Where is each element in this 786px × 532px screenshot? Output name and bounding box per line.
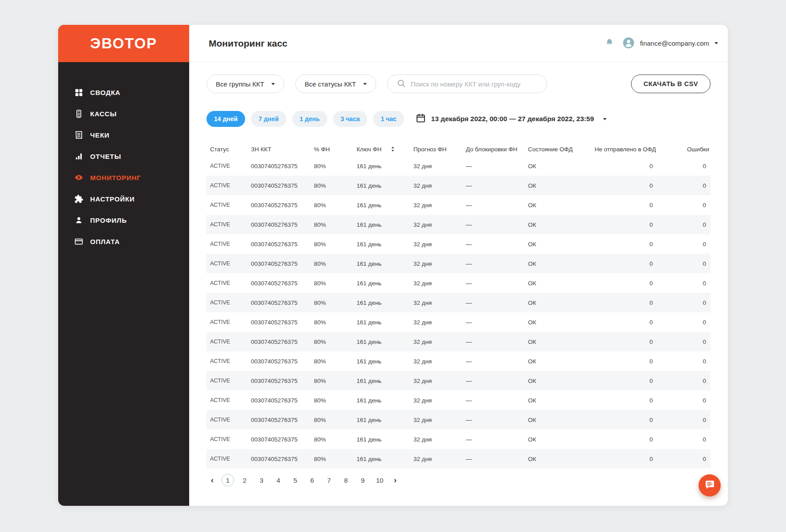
page-number[interactable]: 5 — [289, 474, 302, 486]
user-menu[interactable]: finance@company.com — [623, 37, 718, 50]
cell-fn-forecast: 32 дня — [410, 241, 462, 248]
sidebar-item-reports[interactable]: ОТЧЕТЫ — [58, 146, 189, 167]
cell-fn-percent: 80% — [310, 397, 353, 404]
period-chip-7-days[interactable]: 7 дней — [251, 111, 286, 127]
column-header-status: Статус — [206, 146, 247, 153]
page-number[interactable]: 8 — [340, 474, 352, 486]
puzzle-icon — [74, 194, 83, 204]
cell-fn-key: 161 день — [353, 339, 410, 345]
prev-page-button[interactable]: ‹ — [207, 474, 217, 486]
kkt-groups-dropdown[interactable]: Все группы ККТ — [206, 75, 284, 93]
cell-ofd-unsent: 0 — [591, 436, 657, 443]
page-number[interactable]: 7 — [323, 474, 335, 486]
cell-fn-forecast: 32 дня — [410, 358, 462, 365]
cell-fn-block: — — [462, 358, 524, 365]
sidebar-item-settings[interactable]: НАСТРОЙКИ — [58, 188, 189, 209]
date-range-picker[interactable]: 13 декабря 2022, 00:00 — 27 декабря 2022… — [416, 113, 607, 125]
page-header: Мониторинг касс — [189, 25, 728, 62]
sidebar-item-payment[interactable]: ОПЛАТА — [58, 231, 189, 252]
sidebar-item-label: КАССЫ — [90, 110, 117, 118]
cell-fn-block: — — [462, 436, 524, 443]
cell-status: ACTIVE — [206, 378, 247, 384]
next-page-button[interactable]: › — [390, 474, 400, 486]
cell-fn-percent: 80% — [310, 456, 353, 462]
cell-fn-key: 161 день — [353, 299, 410, 306]
cell-status: ACTIVE — [206, 260, 247, 267]
cell-fn-forecast: 32 дня — [410, 397, 462, 404]
cell-status: ACTIVE — [206, 456, 247, 462]
notifications-button[interactable] — [604, 38, 615, 49]
cell-fn-block: — — [462, 417, 524, 423]
cell-fn-key: 161 день — [353, 163, 410, 169]
cell-serial-number: 00307405276375 — [247, 436, 310, 443]
cell-serial-number: 00307405276375 — [247, 339, 310, 345]
sort-icon[interactable] — [390, 146, 395, 153]
cell-fn-key: 161 день — [353, 397, 410, 404]
cell-fn-key: 161 день — [353, 456, 410, 462]
cell-ofd-unsent: 0 — [591, 339, 657, 345]
cell-fn-percent: 80% — [310, 241, 353, 248]
sidebar-item-cash-registers[interactable]: КАССЫ — [58, 103, 189, 124]
page-number[interactable]: 9 — [357, 474, 369, 486]
period-chip-1-hour[interactable]: 1 час — [373, 111, 404, 127]
kkt-statuses-dropdown[interactable]: Все статусы ККТ — [295, 75, 376, 93]
cell-fn-key: 161 день — [353, 417, 410, 423]
cell-fn-forecast: 32 дня — [410, 221, 462, 228]
cell-fn-percent: 80% — [310, 202, 353, 209]
cell-fn-block: — — [462, 202, 524, 209]
cell-ofd-unsent: 0 — [591, 202, 657, 209]
period-chip-1-day[interactable]: 1 день — [292, 111, 327, 127]
search-input[interactable] — [411, 80, 538, 88]
cell-ofd-unsent: 0 — [591, 280, 657, 287]
sidebar-item-label: ПРОФИЛЬ — [90, 217, 127, 224]
page-number[interactable]: 2 — [238, 474, 251, 486]
cell-fn-forecast: 32 дня — [410, 456, 462, 462]
column-header-ofd-state: Состояние ОФД — [524, 146, 591, 153]
cell-ofd-unsent: 0 — [591, 221, 657, 228]
cell-ofd-state: ОК — [524, 358, 591, 365]
cell-fn-block: — — [462, 260, 524, 267]
column-header-serial: ЗН ККТ — [247, 146, 310, 153]
cell-fn-forecast: 32 дня — [410, 260, 462, 267]
column-header-errors: Ошибки — [660, 146, 714, 153]
cell-serial-number: 00307405276375 — [247, 202, 310, 209]
kkt-table: Статус ЗН ККТ % ФН Ключ ФН — [206, 142, 711, 469]
period-chip-3-hours[interactable]: 3 часа — [333, 111, 367, 127]
cell-ofd-unsent: 0 — [591, 260, 657, 267]
header-actions: finance@company.com — [604, 37, 718, 50]
download-csv-button[interactable]: СКАЧАТЬ В CSV — [631, 75, 711, 93]
cell-status: ACTIVE — [206, 319, 247, 325]
cell-ofd-state: ОК — [524, 456, 591, 462]
table-row: ACTIVE 00307405276375 80% 161 день 32 дн… — [206, 430, 711, 449]
cell-status: ACTIVE — [206, 221, 247, 228]
sidebar-item-receipts[interactable]: ЧЕКИ — [58, 124, 189, 146]
cell-fn-key: 161 день — [353, 319, 410, 326]
table-row: ACTIVE 00307405276375 80% 161 день 32 дн… — [206, 156, 711, 176]
dashboard-icon — [74, 88, 83, 97]
chevron-down-icon — [603, 118, 607, 120]
cell-errors: 0 — [657, 339, 711, 345]
cell-fn-key: 161 день — [353, 436, 410, 443]
page-number[interactable]: 1 — [222, 474, 234, 486]
cell-fn-block: — — [462, 319, 524, 326]
sidebar-item-monitoring[interactable]: МОНИТОРИНГ — [58, 167, 189, 188]
date-range-text: 13 декабря 2022, 00:00 — 27 декабря 2022… — [431, 115, 594, 123]
chat-fab-button[interactable] — [699, 474, 721, 497]
cell-serial-number: 00307405276375 — [247, 163, 310, 169]
sidebar-item-summary[interactable]: СВОДКА — [58, 82, 189, 103]
page-number[interactable]: 6 — [306, 474, 318, 486]
period-chip-14-days[interactable]: 14 дней — [206, 111, 245, 127]
sidebar-item-profile[interactable]: ПРОФИЛЬ — [58, 209, 189, 231]
cell-serial-number: 00307405276375 — [247, 397, 310, 404]
cell-fn-percent: 80% — [310, 436, 353, 443]
table-row: ACTIVE 00307405276375 80% 161 день 32 дн… — [206, 273, 711, 293]
table-row: ACTIVE 00307405276375 80% 161 день 32 дн… — [206, 254, 711, 273]
chevron-down-icon — [363, 83, 367, 85]
page-number[interactable]: 3 — [255, 474, 268, 486]
cell-ofd-state: ОК — [524, 436, 591, 443]
cell-status: ACTIVE — [206, 436, 247, 442]
page-number[interactable]: 4 — [272, 474, 285, 486]
page-number[interactable]: 10 — [373, 474, 386, 486]
cell-serial-number: 00307405276375 — [247, 241, 310, 248]
cell-fn-block: — — [462, 163, 524, 169]
